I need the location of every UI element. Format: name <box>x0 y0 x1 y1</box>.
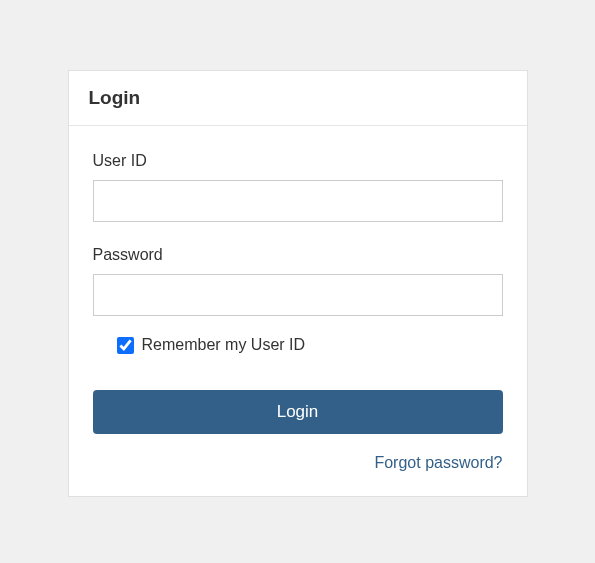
login-card: Login User ID Password Remember my User … <box>68 70 528 497</box>
login-button[interactable]: Login <box>93 390 503 434</box>
user-id-label: User ID <box>93 152 503 170</box>
forgot-row: Forgot password? <box>93 454 503 472</box>
card-body: User ID Password Remember my User ID Log… <box>69 126 527 496</box>
remember-label[interactable]: Remember my User ID <box>142 336 306 354</box>
password-label: Password <box>93 246 503 264</box>
password-input[interactable] <box>93 274 503 316</box>
user-id-input[interactable] <box>93 180 503 222</box>
forgot-password-link[interactable]: Forgot password? <box>374 454 502 471</box>
login-title: Login <box>89 87 507 109</box>
card-header: Login <box>69 71 527 126</box>
remember-row: Remember my User ID <box>93 336 503 354</box>
user-id-group: User ID <box>93 152 503 222</box>
remember-checkbox[interactable] <box>117 337 134 354</box>
password-group: Password <box>93 246 503 316</box>
